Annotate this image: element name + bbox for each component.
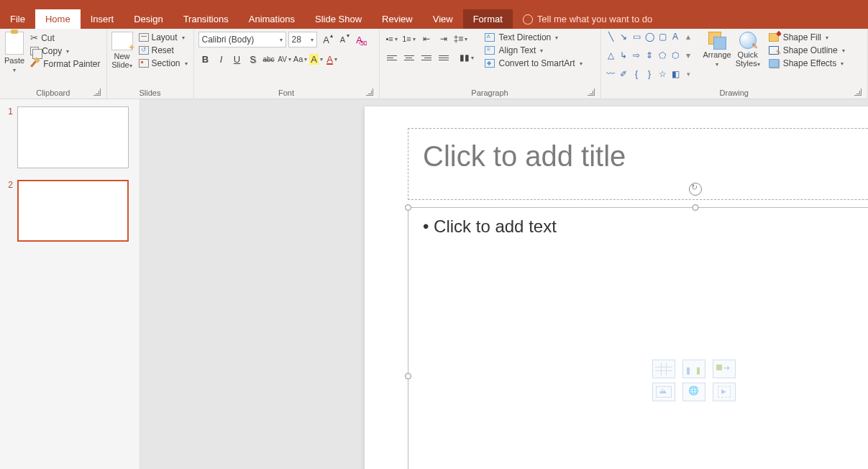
font-color-button[interactable]: A▾ bbox=[325, 52, 339, 66]
increase-indent-button[interactable]: ⇥ bbox=[436, 32, 452, 46]
tab-view[interactable]: View bbox=[423, 9, 463, 29]
rotate-handle[interactable] bbox=[689, 183, 702, 196]
decrease-indent-button[interactable]: ⇤ bbox=[419, 32, 434, 46]
resize-handle-t[interactable] bbox=[693, 204, 699, 211]
tab-slideshow[interactable]: Slide Show bbox=[305, 9, 372, 29]
resize-handle-tl[interactable] bbox=[405, 204, 411, 211]
shape-arrow-updown[interactable]: ⇕ bbox=[644, 50, 655, 60]
layout-icon bbox=[139, 33, 149, 42]
shape-curve[interactable]: 〰 bbox=[606, 70, 616, 79]
font-size-combo[interactable]: 28▾ bbox=[288, 32, 317, 47]
shape-freeform[interactable]: ✐ bbox=[618, 70, 629, 79]
paragraph-dialog-launcher[interactable] bbox=[588, 88, 595, 96]
char-spacing-button[interactable]: AV▾ bbox=[278, 52, 292, 66]
quick-styles-button[interactable]: Quick Styles▾ bbox=[736, 32, 760, 87]
highlight-button[interactable]: A▾ bbox=[309, 52, 324, 66]
clipboard-dialog-launcher[interactable] bbox=[93, 88, 101, 96]
drawing-dialog-launcher[interactable] bbox=[854, 88, 862, 96]
shape-arrow-right[interactable]: ⇨ bbox=[631, 50, 642, 60]
shadow-button[interactable]: S bbox=[246, 52, 260, 66]
slide-thumbnail-2[interactable] bbox=[17, 180, 129, 242]
arrange-button[interactable]: Arrange▾ bbox=[703, 32, 731, 87]
ribbon-tabs: File Home Insert Design Transitions Anim… bbox=[0, 7, 868, 29]
shape-hexagon[interactable]: ⬡ bbox=[670, 50, 681, 60]
paste-icon bbox=[5, 32, 24, 55]
font-dialog-launcher[interactable] bbox=[366, 88, 373, 96]
clear-formatting-button[interactable]: A⌫ bbox=[352, 32, 367, 47]
line-spacing-button[interactable]: ‡≡▾ bbox=[453, 32, 469, 46]
italic-button[interactable]: I bbox=[214, 52, 229, 66]
tab-transitions[interactable]: Transitions bbox=[173, 9, 239, 29]
layout-button[interactable]: Layout▾ bbox=[137, 32, 189, 43]
align-left-button[interactable] bbox=[384, 50, 400, 65]
slide[interactable]: Click to add title Click to add text bbox=[365, 106, 868, 469]
tell-me-label: Tell me what you want to do bbox=[537, 14, 652, 24]
bullets-button[interactable]: •≡▾ bbox=[384, 32, 400, 46]
shape-line-arrow[interactable]: ↘ bbox=[618, 32, 629, 41]
text-direction-button[interactable]: Text Direction▾ bbox=[483, 32, 584, 43]
font-name-combo[interactable]: Calibri (Body)▾ bbox=[198, 32, 286, 47]
tab-review[interactable]: Review bbox=[372, 9, 423, 29]
align-text-button[interactable]: Align Text▾ bbox=[483, 45, 584, 56]
columns-button[interactable]: ▮▮▾ bbox=[459, 50, 475, 65]
shape-effects-button[interactable]: Shape Effects▾ bbox=[767, 58, 846, 69]
shape-fill-button[interactable]: Shape Fill▾ bbox=[767, 32, 846, 43]
new-slide-button[interactable]: New Slide▾ bbox=[111, 32, 133, 87]
bold-button[interactable]: B bbox=[198, 52, 213, 66]
strikethrough-button[interactable]: abc bbox=[262, 52, 276, 66]
align-center-button[interactable] bbox=[401, 50, 417, 65]
gallery-scroll-down[interactable]: ▾ bbox=[683, 50, 694, 60]
shape-rect[interactable]: ▭ bbox=[631, 32, 642, 41]
content-placeholder[interactable]: Click to add text bbox=[408, 207, 868, 469]
shape-pentagon[interactable]: ⬠ bbox=[657, 50, 668, 60]
shape-triangle[interactable]: △ bbox=[606, 50, 616, 60]
shapes-gallery[interactable]: ╲ ↘ ▭ ◯ ▢ A ▴ △ ↳ ⇨ ⇕ ⬠ ⬡ ▾ 〰 ✐ { } ☆ ◧ bbox=[606, 32, 695, 87]
align-right-button[interactable] bbox=[419, 50, 434, 65]
slide-thumbnail-1[interactable] bbox=[17, 106, 129, 168]
increase-font-button[interactable]: A▴ bbox=[319, 32, 334, 47]
tab-animations[interactable]: Animations bbox=[239, 9, 305, 29]
insert-video-icon[interactable] bbox=[713, 383, 736, 401]
reset-button[interactable]: Reset bbox=[137, 45, 189, 56]
justify-button[interactable] bbox=[436, 50, 452, 65]
title-placeholder[interactable]: Click to add title bbox=[408, 128, 868, 200]
shape-star[interactable]: ☆ bbox=[657, 70, 668, 79]
shape-rounded-rect[interactable]: ▢ bbox=[657, 32, 668, 41]
insert-table-icon[interactable] bbox=[652, 360, 675, 378]
insert-online-picture-icon[interactable] bbox=[682, 383, 705, 401]
tab-format[interactable]: Format bbox=[463, 9, 513, 29]
shape-elbow[interactable]: ↳ bbox=[618, 50, 629, 60]
insert-chart-icon[interactable] bbox=[682, 360, 705, 378]
group-font: Calibri (Body)▾ 28▾ A▴ A▾ A⌫ B I U S abc… bbox=[194, 29, 380, 99]
paste-button[interactable]: Paste▾ bbox=[4, 32, 24, 87]
shape-oval[interactable]: ◯ bbox=[644, 32, 655, 41]
shape-brace-l[interactable]: { bbox=[631, 70, 642, 79]
copy-button[interactable]: Copy▾ bbox=[29, 45, 101, 57]
gallery-scroll-up[interactable]: ▴ bbox=[683, 32, 694, 41]
underline-button[interactable]: U bbox=[230, 52, 245, 66]
insert-picture-icon[interactable] bbox=[652, 383, 675, 401]
section-button[interactable]: Section▾ bbox=[137, 58, 189, 69]
tell-me[interactable]: Tell me what you want to do bbox=[513, 9, 662, 29]
tab-home[interactable]: Home bbox=[35, 9, 81, 29]
shape-textbox[interactable]: A bbox=[670, 32, 681, 41]
slide-canvas-area[interactable]: Click to add title Click to add text bbox=[140, 99, 868, 469]
align-text-icon bbox=[485, 46, 495, 55]
insert-smartart-icon[interactable] bbox=[713, 360, 736, 378]
format-painter-button[interactable]: Format Painter bbox=[29, 58, 101, 70]
gallery-more[interactable]: ▾ bbox=[683, 70, 694, 79]
decrease-font-button[interactable]: A▾ bbox=[336, 32, 350, 47]
tab-insert[interactable]: Insert bbox=[81, 9, 124, 29]
resize-handle-l[interactable] bbox=[405, 373, 411, 380]
shape-brace-r[interactable]: } bbox=[644, 70, 655, 79]
numbering-button[interactable]: 1≡▾ bbox=[401, 32, 417, 46]
tab-file[interactable]: File bbox=[0, 9, 35, 29]
change-case-button[interactable]: Aa▾ bbox=[293, 52, 308, 66]
tab-design[interactable]: Design bbox=[124, 9, 173, 29]
shape-outline-button[interactable]: Shape Outline▾ bbox=[767, 45, 846, 56]
convert-smartart-button[interactable]: Convert to SmartArt▾ bbox=[483, 58, 584, 69]
shape-callout[interactable]: ◧ bbox=[670, 70, 681, 79]
group-drawing: ╲ ↘ ▭ ◯ ▢ A ▴ △ ↳ ⇨ ⇕ ⬠ ⬡ ▾ 〰 ✐ { } ☆ ◧ bbox=[601, 29, 868, 99]
shape-line[interactable]: ╲ bbox=[606, 32, 616, 41]
cut-button[interactable]: ✂Cut bbox=[29, 32, 101, 44]
